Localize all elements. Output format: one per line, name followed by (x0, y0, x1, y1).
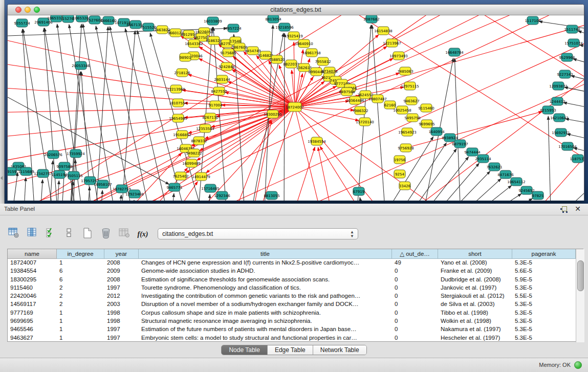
graph-node[interactable]: 67919 (353, 187, 364, 195)
graph-node[interactable]: 1588520 (269, 55, 285, 63)
panel-latch-icon[interactable] (1, 176, 3, 180)
graph-node[interactable]: 8267130 (202, 113, 218, 121)
graph-node[interactable]: 8215953 (540, 106, 556, 114)
graph-node[interactable]: 15720140 (356, 118, 374, 126)
tab-edge-table[interactable]: Edge Table (268, 345, 313, 355)
new-column-button[interactable] (81, 227, 94, 240)
graph-node[interactable]: 9254 (394, 170, 405, 178)
table-row[interactable]: 911546021997Tourette syndrome. Phenomeno… (8, 284, 576, 292)
table-row[interactable]: 969969511998Structural magnetic resonanc… (8, 317, 576, 325)
graph-node[interactable]: 7857224 (225, 24, 242, 32)
graph-node[interactable]: 1292346 (214, 191, 230, 200)
graph-node[interactable]: 33426 (399, 182, 411, 190)
graph-node[interactable]: 1117104 (525, 16, 541, 25)
graph-node[interactable]: 16099489 (182, 159, 201, 167)
graph-node[interactable]: 12213969 (167, 85, 185, 93)
citation-network-graph[interactable]: 1872400796601238912954182260589827503165… (8, 15, 584, 201)
graph-node[interactable]: 20206576 (44, 150, 62, 159)
graph-node[interactable]: 8471676 (497, 170, 514, 179)
graph-node[interactable]: 9355724 (14, 19, 30, 27)
graph-node[interactable]: 1640954 (428, 127, 445, 136)
graph-node[interactable]: 2087682 (363, 15, 379, 23)
rows-button[interactable] (62, 227, 76, 240)
graph-node[interactable]: 7986322 (352, 106, 368, 115)
graph-node[interactable]: 8813055 (264, 191, 279, 200)
table-row[interactable]: 2242004622012Investigating the contribut… (8, 292, 576, 300)
graph-node[interactable]: 9756928 (398, 144, 413, 152)
graph-node[interactable]: 9463627 (403, 97, 419, 105)
tab-node-table[interactable]: Node Table (222, 345, 268, 355)
graph-node[interactable]: 16961758 (302, 49, 321, 57)
graph-node[interactable]: 12093872 (549, 82, 568, 90)
column-header-in_degree[interactable]: in_degree (57, 249, 104, 259)
graph-node[interactable]: 19654923 (398, 128, 417, 136)
graph-node[interactable]: 7625402 (172, 172, 188, 180)
graph-node[interactable]: 7955812 (315, 57, 331, 65)
table-selector-dropdown[interactable]: citations_edges.txt▲▼ (158, 228, 358, 239)
graph-node[interactable]: 16210643 (550, 114, 569, 122)
graph-node[interactable]: 18640910 (295, 39, 313, 48)
memory-status-indicator-icon[interactable] (574, 361, 582, 369)
graph-node[interactable]: 2718126 (174, 69, 190, 77)
graph-node[interactable]: 19325419 (285, 32, 303, 40)
table-row[interactable]: 946554611997Estimation of the future num… (8, 325, 576, 334)
scrollbar-thumb[interactable] (577, 260, 584, 291)
graph-node[interactable]: 9242848 (219, 62, 234, 71)
graph-node[interactable]: 17359924 (67, 149, 85, 158)
graph-node[interactable]: 9115460 (418, 104, 434, 112)
graph-node[interactable]: 18724007 (286, 102, 304, 112)
table-row[interactable]: 1830029562008Estimation of significance … (8, 276, 576, 284)
table-row[interactable]: 977716911998Corpus callosum shape and si… (8, 309, 576, 317)
graph-node[interactable]: 1511748 (564, 25, 580, 33)
table-row[interactable]: 1456911722003Disruption of a novel membe… (8, 300, 576, 309)
graph-node[interactable]: 98901 (180, 53, 191, 61)
graph-node[interactable]: 15716485 (201, 184, 220, 192)
graph-node[interactable]: 2803144 (214, 75, 230, 83)
column-header-name[interactable]: name (8, 249, 57, 259)
close-panel-icon[interactable]: ✕ (575, 205, 581, 213)
fx-button[interactable]: f(x) (136, 227, 149, 240)
column-header-title[interactable]: title (139, 249, 392, 259)
graph-node[interactable]: 7485063 (397, 67, 413, 75)
graph-node[interactable]: 19756 (394, 156, 406, 164)
graph-node[interactable]: 16033809 (204, 17, 222, 25)
table-header-row[interactable]: namein_degreeyeartitle△ out_de…shortpage… (8, 249, 576, 259)
graph-node[interactable]: 1115689 (18, 167, 34, 176)
table-row[interactable]: 1872400712008Changes of HCN gene express… (8, 259, 576, 267)
show-columns-button[interactable] (26, 227, 39, 240)
column-header-pagerank[interactable]: pagerank (512, 249, 576, 259)
graph-node[interactable]: 5495758 (404, 114, 420, 122)
graph-node[interactable]: 19166852 (173, 130, 191, 139)
table-panel-titlebar[interactable]: Table Panel ✕ (0, 204, 588, 215)
import-table-button[interactable] (118, 227, 131, 240)
graph-node[interactable]: 12353584 (196, 124, 214, 133)
graph-node[interactable]: 19218596 (275, 23, 294, 31)
table-row[interactable]: 946362711997Embryonic stem cells: a mode… (8, 334, 576, 342)
network-canvas[interactable]: 1872400796601238912954182260589827503165… (8, 15, 584, 201)
delete-column-button[interactable] (99, 227, 113, 240)
graph-node[interactable]: 1244413 (549, 97, 565, 105)
graph-node[interactable]: 2935114 (475, 155, 491, 163)
column-header-out_degree[interactable]: △ out_de… (392, 249, 438, 259)
float-window-icon[interactable] (560, 206, 568, 212)
graph-node[interactable]: 7632621 (486, 163, 502, 171)
table-settings-button[interactable] (7, 227, 20, 240)
graph-node[interactable]: 9097588 (56, 162, 72, 170)
column-header-short[interactable]: short (438, 249, 512, 259)
table-row[interactable]: 1938455462009Genome-wide association stu… (8, 267, 576, 275)
graph-node[interactable]: 97825 (532, 191, 543, 200)
graph-node[interactable]: 6466160 (100, 16, 116, 25)
graph-node[interactable]: 8427552 (211, 87, 227, 95)
network-window-titlebar[interactable]: citations_edges.txt (8, 5, 584, 15)
graph-node[interactable]: 8878332 (191, 137, 207, 145)
graph-node[interactable]: 19384554 (308, 137, 326, 145)
graph-node[interactable]: 1187534 (570, 155, 584, 163)
graph-node[interactable]: 9175685 (220, 49, 236, 57)
table-vertical-scrollbar[interactable] (576, 249, 584, 342)
graph-node[interactable]: 9699695 (419, 120, 434, 128)
graph-node[interactable]: 6497568 (339, 87, 355, 96)
graph-node[interactable]: 917004 (209, 101, 223, 109)
graph-node[interactable]: 16154838 (374, 27, 393, 35)
graph-node[interactable]: 39159 (8, 167, 16, 176)
graph-node[interactable]: 9465771 (166, 183, 182, 191)
